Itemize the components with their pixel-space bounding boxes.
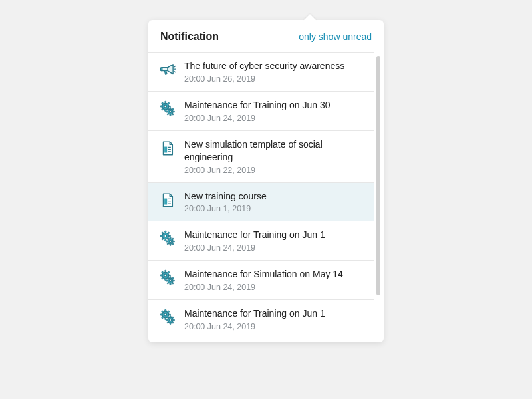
popover-pointer (303, 14, 317, 21)
svg-point-38 (165, 231, 166, 233)
svg-point-43 (172, 243, 174, 245)
svg-point-16 (170, 114, 171, 116)
svg-point-59 (168, 271, 169, 273)
svg-point-56 (160, 275, 162, 276)
notification-title: New training course (184, 190, 368, 203)
svg-point-37 (162, 233, 163, 234)
svg-point-65 (167, 283, 168, 284)
notification-timestamp: 20:00 Jun 1, 2019 (184, 204, 368, 213)
svg-point-75 (162, 317, 163, 319)
notification-item[interactable]: The future of cyber security awareness20… (148, 53, 374, 92)
gear-icon (159, 230, 176, 247)
notification-panel: Notification only show unread The future… (148, 20, 384, 342)
svg-point-8 (160, 106, 162, 107)
notification-item[interactable]: Maintenance for Simulation on May 1420:0… (148, 261, 374, 300)
notification-timestamp: 20:00 Jun 26, 2019 (184, 74, 368, 84)
notification-list: The future of cyber security awareness20… (148, 52, 374, 338)
notification-item[interactable]: Maintenance for Training on Jun 120:00 J… (148, 300, 374, 338)
notification-title: Maintenance for Simulation on May 14 (184, 268, 368, 281)
svg-point-12 (164, 105, 167, 108)
svg-point-83 (172, 322, 174, 323)
svg-point-18 (166, 111, 168, 112)
svg-point-70 (170, 280, 172, 282)
svg-point-68 (170, 277, 171, 278)
svg-point-55 (162, 278, 163, 279)
svg-point-50 (170, 241, 172, 243)
notification-item[interactable]: New simulation template of social engine… (148, 131, 374, 183)
svg-point-46 (166, 241, 168, 242)
svg-point-57 (162, 271, 163, 273)
scroll-thumb[interactable] (376, 56, 380, 295)
svg-point-85 (167, 322, 168, 323)
svg-point-49 (172, 239, 174, 240)
notification-item[interactable]: Maintenance for Training on Jun 3020:00 … (148, 92, 374, 131)
svg-point-84 (170, 323, 171, 325)
svg-rect-23 (164, 146, 167, 152)
svg-point-39 (168, 233, 169, 234)
svg-rect-27 (164, 198, 167, 204)
svg-point-58 (165, 271, 166, 272)
notification-timestamp: 20:00 Jun 24, 2019 (184, 114, 368, 123)
svg-point-45 (167, 243, 168, 245)
svg-point-66 (166, 280, 168, 281)
svg-point-42 (173, 241, 174, 242)
svg-point-67 (167, 278, 168, 279)
gear-icon (159, 269, 176, 287)
svg-point-36 (160, 235, 162, 237)
document-icon (159, 140, 176, 157)
svg-point-11 (168, 102, 169, 104)
svg-point-86 (166, 319, 168, 321)
svg-point-10 (165, 101, 166, 102)
panel-header: Notification only show unread (148, 20, 384, 52)
notification-title: New simulation template of social engine… (184, 138, 368, 164)
svg-point-32 (169, 235, 170, 237)
gear-icon (159, 309, 176, 326)
svg-point-19 (167, 108, 168, 110)
svg-point-76 (160, 314, 162, 315)
notification-title: The future of cyber security awareness (184, 60, 368, 72)
svg-point-17 (167, 114, 168, 115)
svg-point-72 (169, 314, 170, 315)
notification-item[interactable]: New training course20:00 Jun 1, 2019 (148, 183, 374, 222)
svg-point-9 (162, 102, 163, 104)
document-icon (159, 192, 176, 209)
svg-point-82 (173, 319, 174, 321)
notification-item[interactable]: Maintenance for Training on Jun 120:00 J… (148, 221, 374, 261)
svg-point-79 (168, 311, 169, 312)
svg-point-88 (170, 316, 171, 317)
svg-point-80 (164, 313, 167, 316)
svg-point-21 (172, 108, 174, 110)
filter-unread-link[interactable]: only show unread (299, 31, 372, 42)
svg-point-69 (172, 278, 174, 279)
svg-point-47 (167, 239, 168, 240)
notification-timestamp: 20:00 Jun 22, 2019 (184, 166, 368, 175)
svg-point-14 (173, 111, 174, 112)
notification-title: Maintenance for Training on Jun 1 (184, 307, 368, 320)
svg-point-77 (162, 311, 163, 312)
svg-point-60 (164, 274, 167, 277)
svg-point-40 (164, 235, 167, 238)
notification-title: Maintenance for Training on Jun 30 (184, 99, 368, 112)
panel-title: Notification (160, 31, 219, 43)
svg-point-7 (162, 108, 163, 110)
notification-timestamp: 20:00 Jun 24, 2019 (184, 322, 368, 331)
svg-point-87 (167, 317, 168, 318)
svg-point-64 (170, 284, 171, 285)
svg-point-22 (170, 110, 172, 112)
svg-point-63 (172, 283, 174, 284)
notification-timestamp: 20:00 Jun 24, 2019 (184, 243, 368, 253)
svg-point-52 (169, 275, 170, 276)
notification-timestamp: 20:00 Jun 24, 2019 (184, 283, 368, 292)
svg-point-89 (172, 317, 174, 318)
svg-point-35 (162, 239, 163, 240)
svg-point-48 (170, 237, 171, 239)
svg-point-90 (170, 319, 172, 321)
scrollbar[interactable] (374, 52, 384, 338)
svg-point-15 (172, 114, 174, 115)
svg-point-62 (173, 280, 174, 281)
megaphone-icon (159, 61, 176, 78)
svg-rect-2 (160, 68, 162, 71)
svg-point-4 (169, 106, 170, 107)
notification-title: Maintenance for Training on Jun 1 (184, 229, 368, 241)
svg-point-78 (165, 309, 166, 311)
